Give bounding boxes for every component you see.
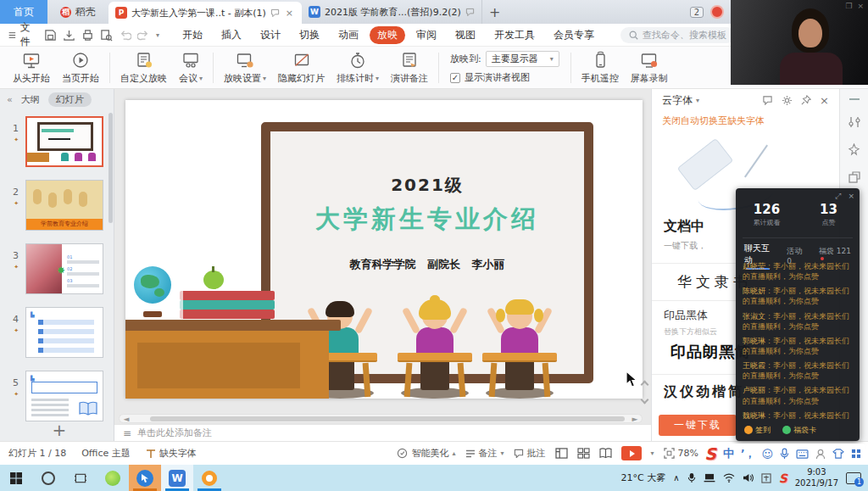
hidden-icons-chevron[interactable]: ∧ [673,473,679,483]
notes-toggle-button[interactable]: 备注 ▾ [465,447,504,460]
tab-document-2[interactable]: W 2021版 学前教育...(普招)9.2(2) [302,0,482,24]
file-menu-button[interactable]: 文件 [8,20,34,49]
feedback-bubble-icon[interactable] [762,95,773,105]
menu-devtools[interactable]: 开发工具 [487,26,542,44]
save-icon[interactable] [44,29,57,42]
menu-start[interactable]: 开始 [175,26,210,44]
taskbar-browser-360[interactable] [97,465,129,491]
play-from-start-button[interactable]: 从头开始 [7,51,56,85]
screen-record-button[interactable]: 屏幕录制 [625,51,674,85]
soft-keyboard-icon[interactable] [796,449,809,459]
sogou-logo[interactable]: S [704,444,716,463]
ime-skin-icon[interactable] [832,449,844,459]
tray-mic-icon[interactable] [687,472,696,483]
chat-message-list[interactable]: 赵晓莹：李小丽，祝未来园长们的直播顺利，为你点赞 陈晓妍：李小丽，祝未来园长们的… [743,261,854,419]
menu-insert[interactable]: 插入 [214,26,249,44]
close-panel-icon[interactable]: × [820,94,829,107]
collapse-panel-icon[interactable]: « [7,94,13,105]
selection-pane-icon[interactable] [849,171,860,183]
taskbar-active-app[interactable] [129,465,161,491]
panel-list-icon[interactable] [849,98,860,101]
tab-slides[interactable]: 幻灯片 [48,92,92,107]
window-count-badge[interactable]: 2 [690,7,704,18]
menu-view[interactable]: 视图 [448,26,483,44]
new-tab-button[interactable]: + [482,0,508,24]
command-search-input[interactable]: 查找命令、搜索模板 [620,27,735,43]
comments-button[interactable]: 批注 [514,447,546,460]
slide-thumbnail-1[interactable] [25,116,103,167]
tray-volume-icon[interactable] [743,473,754,483]
cortana-button[interactable] [32,465,64,491]
emoji-icon[interactable]: ☺ [761,448,773,460]
menu-animation[interactable]: 动画 [331,26,366,44]
slideshow-play-button[interactable] [621,446,642,460]
tab-docer[interactable]: 稻 稻壳 [47,0,108,24]
redo-icon[interactable] [137,29,150,42]
close-chat-icon[interactable]: × [848,192,854,201]
task-view-button[interactable] [64,465,97,491]
menu-member[interactable]: 会员专享 [546,26,602,44]
weather-widget[interactable]: 21°C 大雾 [621,471,666,484]
webcam-restore-icon[interactable]: ❐ [845,2,852,10]
disable-autoswitch-link[interactable]: 关闭自动切换至缺失字体 [662,114,765,127]
play-from-current-button[interactable]: 当页开始 [56,51,105,85]
font-item-yinpin-hei[interactable]: 印品黑体 [664,308,708,323]
rehearse-timing-button[interactable]: 排练计时▾ [331,51,385,85]
gear-icon[interactable] [782,95,793,106]
notes-bar[interactable]: ≡ 单击此处添加备注 [114,424,651,441]
voice-input-icon[interactable] [780,448,789,460]
tab-outline[interactable]: 大纲 [21,93,40,106]
normal-view-icon[interactable] [555,448,568,459]
quick-access-caret[interactable]: ▾ [156,31,159,39]
panel-title-caret[interactable]: ▾ [696,97,699,104]
taskbar-wps[interactable]: W [161,465,193,491]
slide-thumbnail-4[interactable]: ▙ [25,307,103,358]
start-button[interactable] [0,465,32,491]
theme-name[interactable]: Office 主题 [81,447,131,460]
clock-widget[interactable]: 9:03 2021/9/17 [795,467,838,488]
slide-sorter-view-icon[interactable] [577,448,590,459]
ime-punctuation-toggle[interactable]: ’， [741,447,755,461]
print-icon[interactable] [81,29,94,42]
action-center-button[interactable]: 1 [846,472,861,484]
display-target-select[interactable]: 主要显示器▾ [486,51,559,67]
output-icon[interactable] [63,29,75,42]
slide-canvas[interactable]: 2021级 大学新生专业介绍 教育科学学院 副院长 李小丽 [125,100,643,399]
show-settings-button[interactable]: 放映设置▾ [218,51,272,85]
close-tab-icon[interactable]: × [284,8,295,19]
next-slide-button[interactable] [642,397,648,404]
menu-review[interactable]: 审阅 [409,26,444,44]
print-preview-icon[interactable] [100,29,113,42]
previous-slide-button[interactable] [642,382,648,388]
menu-design[interactable]: 设计 [253,26,288,44]
hide-slide-button[interactable]: 隐藏幻灯片 [272,51,331,85]
smart-beautify-button[interactable]: 智能美化 ▴ [397,447,455,460]
add-slide-button[interactable]: + [47,420,72,440]
slide-thumbnail-5[interactable]: ▙ [25,371,103,421]
webcam-close-icon[interactable]: × [857,2,864,10]
pin-icon[interactable] [801,95,811,105]
tray-sogou-icon[interactable]: S [779,471,787,485]
scroll-right-icon[interactable]: ► [628,415,642,423]
ime-toolbox-icon[interactable] [851,449,861,459]
ime-account-icon[interactable] [815,449,826,460]
speaker-notes-button[interactable]: 演讲备注 [385,51,434,85]
gift-card-badge[interactable]: 福袋卡 [782,425,816,436]
horizontal-scrollbar[interactable]: ◄ ► [119,414,643,423]
custom-show-button[interactable]: 自定义放映 [114,51,173,85]
download-all-button[interactable]: 一键下载 [659,415,737,436]
menu-transition[interactable]: 切换 [292,26,327,44]
taskbar-orange-app[interactable] [193,465,225,491]
presenter-webcam-window[interactable]: ❐ × [731,0,868,85]
ime-language-toggle[interactable]: 中 [723,446,734,461]
tray-wifi-icon[interactable] [723,473,735,483]
missing-fonts-button[interactable]: 缺失字体 [146,447,197,460]
sidebar-scrollbar[interactable] [108,113,113,223]
animation-star-icon[interactable] [848,143,860,156]
presenter-view-checkbox[interactable]: ✓ [450,73,460,83]
undo-icon[interactable] [119,29,131,42]
popout-icon[interactable]: ⤢ [835,192,841,201]
slide-thumbnail-2[interactable]: 学前教育专业介绍 [25,180,103,231]
checkin-badge[interactable]: 签到 [744,425,771,436]
reading-view-icon[interactable] [599,448,612,459]
